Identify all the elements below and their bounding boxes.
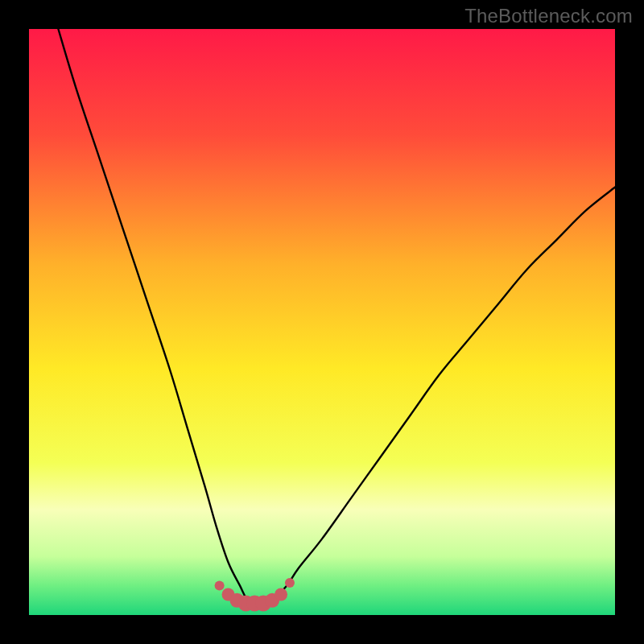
plot-area — [29, 29, 615, 615]
minimum-marker-dot — [285, 578, 295, 588]
minimum-marker-dot — [215, 581, 225, 591]
watermark-text: TheBottleneck.com — [464, 5, 633, 27]
chart-frame: TheBottleneck.com — [0, 0, 644, 644]
curve-svg-layer — [29, 29, 615, 615]
bottleneck-curve — [58, 29, 615, 604]
minimum-marker-dot — [275, 588, 287, 601]
